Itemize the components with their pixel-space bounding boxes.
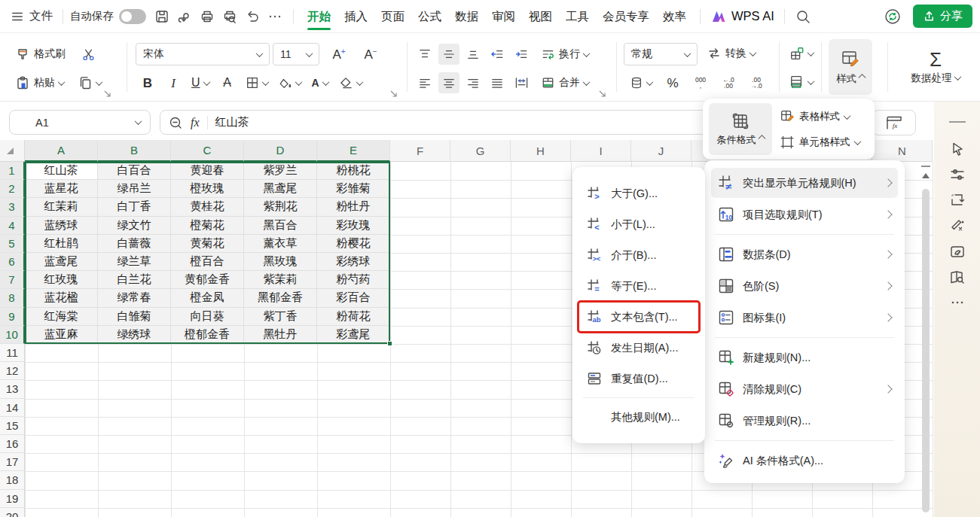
convert-button[interactable]: 转换 (704, 44, 759, 62)
row-header-14[interactable]: 14 (0, 399, 25, 417)
menu-item-top-bottom-rules[interactable]: 10项目选取规则(T) (711, 199, 898, 230)
loop-jump-icon[interactable] (934, 187, 980, 213)
cell-E7[interactable]: 粉芍药 (317, 271, 390, 289)
italic-button[interactable]: I (163, 72, 184, 93)
row-header-4[interactable]: 4 (0, 217, 25, 235)
row-header-7[interactable]: 7 (0, 271, 25, 289)
cell-E1[interactable]: 粉桃花 (317, 162, 390, 180)
more-tools-icon[interactable] (934, 290, 980, 315)
cell-A3[interactable]: 红茉莉 (25, 198, 98, 216)
cell-A10[interactable]: 蓝亚麻 (25, 326, 98, 344)
cell-A2[interactable]: 蓝星花 (25, 180, 98, 198)
cell-E8[interactable]: 彩百合 (317, 289, 390, 307)
cell-B10[interactable]: 绿绣球 (98, 326, 171, 344)
row-header-10[interactable]: 10 (0, 326, 25, 344)
scroll-up-arrow[interactable] (922, 173, 930, 178)
font-size-select[interactable]: 11 (273, 43, 319, 65)
menu-item-less-than[interactable]: <小于(L)... (579, 210, 698, 239)
cell-D3[interactable]: 紫荆花 (244, 198, 317, 216)
column-header-E[interactable]: E (317, 140, 390, 162)
column-header-N[interactable]: N (872, 140, 933, 162)
strikethrough-button[interactable]: A (217, 72, 238, 93)
insert-cells-button[interactable] (786, 44, 817, 63)
cell-B2[interactable]: 绿吊兰 (98, 180, 171, 198)
tab-视图[interactable]: 视图 (522, 0, 559, 33)
thousand-separator-button[interactable]: 000, (690, 72, 711, 93)
underline-button[interactable]: U (188, 75, 212, 91)
menu-item-date-occurring[interactable]: 发生日期(A)... (579, 333, 698, 362)
row-header-11[interactable]: 11 (0, 344, 25, 362)
cell-B7[interactable]: 白兰花 (98, 271, 171, 289)
cell-D5[interactable]: 薰衣草 (244, 235, 317, 253)
cell-C8[interactable]: 橙金凤 (171, 289, 244, 307)
align-top-button[interactable] (414, 44, 435, 65)
print-icon[interactable] (196, 5, 218, 28)
cell-E2[interactable]: 彩雏菊 (317, 180, 390, 198)
clipboard-group-expand-icon[interactable] (104, 90, 111, 97)
number-format-select[interactable]: 常规 (624, 43, 698, 65)
insert-function-button[interactable]: fx (872, 110, 916, 135)
cell-D10[interactable]: 黑牡丹 (244, 326, 317, 344)
column-header-F[interactable]: F (390, 140, 450, 162)
tab-工具[interactable]: 工具 (559, 0, 596, 33)
cell-style-button[interactable]: 单元格样式 (780, 132, 860, 152)
export-icon[interactable] (173, 5, 196, 28)
column-header-A[interactable]: A (25, 140, 98, 162)
menu-item-icon-sets[interactable]: 图标集(I) (711, 303, 898, 333)
paste-button[interactable]: 粘贴 (12, 73, 67, 93)
column-header-H[interactable]: H (511, 140, 571, 162)
menu-item-text-contains[interactable]: ab文本包含(T)... (579, 303, 698, 331)
row-header-20[interactable]: 20 (0, 508, 25, 517)
distribute-button[interactable] (511, 72, 532, 93)
align-center-button[interactable] (438, 72, 459, 93)
cell-A5[interactable]: 红杜鹃 (25, 235, 98, 253)
increase-font-size-button[interactable]: A+ (328, 44, 350, 65)
cell-C9[interactable]: 向日葵 (171, 308, 244, 326)
menu-item-new-rule[interactable]: 新建规则(N)... (711, 342, 898, 373)
decrease-decimal-button[interactable]: .00→.0 (746, 72, 767, 93)
row-header-5[interactable]: 5 (0, 235, 25, 253)
search-icon[interactable] (792, 5, 814, 28)
cell-C1[interactable]: 黄迎春 (171, 162, 244, 180)
cell-D1[interactable]: 紫罗兰 (244, 162, 317, 180)
row-header-1[interactable]: 1 (0, 162, 25, 180)
font-group-expand-icon[interactable] (390, 90, 397, 97)
autosave-toggle[interactable] (119, 9, 146, 24)
menu-item-greater-than[interactable]: >大于(G)... (579, 179, 698, 208)
borders-button[interactable] (243, 74, 271, 92)
cell-E5[interactable]: 粉樱花 (317, 235, 390, 253)
menu-item-color-scales[interactable]: 色阶(S) (711, 271, 898, 301)
cell-C2[interactable]: 橙玫瑰 (171, 180, 244, 198)
wps-ai-button[interactable]: WPS AI (707, 8, 777, 25)
row-header-17[interactable]: 17 (0, 453, 25, 471)
style-button[interactable]: 样式 (829, 39, 872, 95)
cell-E9[interactable]: 粉荷花 (317, 308, 390, 326)
select-all-corner[interactable] (0, 140, 25, 162)
column-header-I[interactable]: I (571, 140, 631, 162)
tab-效率[interactable]: 效率 (656, 0, 693, 33)
menu-item-between[interactable]: ><介于(B)... (579, 241, 698, 269)
cell-B3[interactable]: 白丁香 (98, 198, 171, 216)
column-header-B[interactable]: B (98, 140, 171, 162)
row-header-6[interactable]: 6 (0, 253, 25, 271)
tab-页面[interactable]: 页面 (374, 0, 411, 33)
tab-公式[interactable]: 公式 (411, 0, 448, 33)
row-column-button[interactable] (786, 72, 817, 92)
row-header-12[interactable]: 12 (0, 362, 25, 380)
tab-开始[interactable]: 开始 (301, 0, 337, 33)
fx-label[interactable]: fx (191, 116, 200, 129)
row-header-16[interactable]: 16 (0, 435, 25, 453)
percent-button[interactable]: % (662, 72, 683, 93)
cell-A8[interactable]: 蓝花楹 (25, 289, 98, 307)
autosave-control[interactable]: 自动保存 (70, 9, 146, 24)
table-style-button[interactable]: 表格样式 (780, 107, 850, 126)
tab-审阅[interactable]: 审阅 (485, 0, 522, 33)
column-header-J[interactable]: J (631, 140, 691, 162)
align-middle-button[interactable] (438, 44, 459, 65)
fill-handle[interactable] (387, 341, 392, 346)
row-header-19[interactable]: 19 (0, 490, 25, 508)
align-right-button[interactable] (463, 72, 484, 93)
collapse-ribbon-handle[interactable] (949, 121, 966, 123)
cell-C4[interactable]: 橙菊花 (171, 217, 244, 235)
menu-item-duplicate-values[interactable]: 重复值(D)... (579, 364, 698, 393)
